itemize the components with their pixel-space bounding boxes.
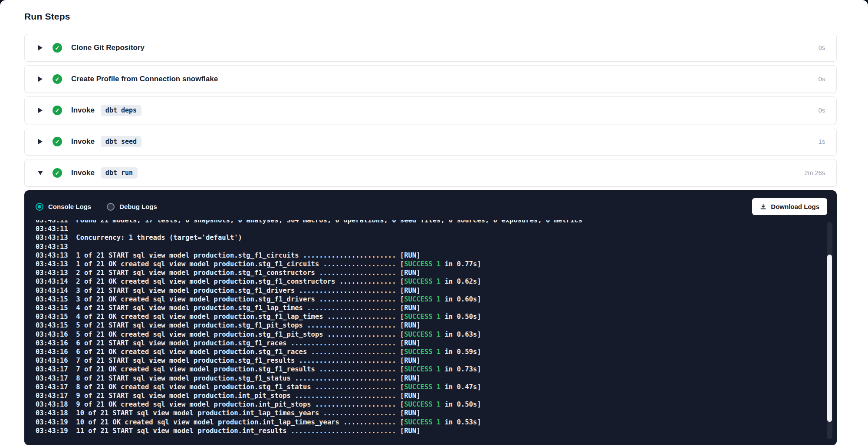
radio-label[interactable]: Console Logs — [48, 203, 91, 210]
success-check-icon: ✓ — [53, 74, 62, 84]
step-label: Invoke — [71, 169, 95, 177]
log-line: 03:43:131 of 21 OK created sql view mode… — [36, 260, 813, 268]
log-line: 03:43:189 of 21 OK created sql view mode… — [36, 400, 813, 409]
success-check-icon: ✓ — [53, 137, 62, 146]
step-label: Invoke — [71, 137, 95, 146]
command-badge: dbt deps — [101, 105, 141, 116]
log-line: 03:43:131 of 21 START sql view model pro… — [36, 251, 813, 260]
log-line: 03:43:13Concurrency: 1 threads (target='… — [36, 233, 813, 242]
log-line: 03:43:11 — [36, 225, 813, 233]
download-button-label: Download Logs — [771, 203, 819, 210]
log-line: 03:43:132 of 21 START sql view model pro… — [36, 268, 813, 277]
step-row-clone-git-repository[interactable]: ✓ Clone Git Repository 0s — [24, 34, 837, 62]
download-icon — [760, 203, 766, 210]
log-line: 03:43:153 of 21 OK created sql view mode… — [36, 295, 813, 304]
log-line: 03:43:178 of 21 START sql view model pro… — [36, 374, 813, 383]
debug-logs-radio[interactable]: Debug Logs — [107, 203, 157, 211]
run-steps-section: Run Steps ✓ Clone Git Repository 0s ✓ Cr… — [0, 0, 868, 447]
chevron-right-icon[interactable] — [37, 108, 44, 113]
log-line: 03:43:143 of 21 START sql view model pro… — [36, 286, 813, 295]
log-scrollbar[interactable] — [827, 222, 832, 439]
chevron-down-icon[interactable] — [37, 171, 44, 175]
download-logs-button[interactable]: Download Logs — [752, 198, 827, 215]
step-label: Clone Git Repository — [71, 43, 145, 52]
log-line: 03:43:178 of 21 OK created sql view mode… — [36, 383, 813, 391]
console-log-output[interactable]: 03:43:11Found 21 models, 17 tests, 0 sna… — [24, 220, 837, 445]
command-badge: dbt seed — [101, 136, 141, 147]
success-check-icon: ✓ — [53, 168, 62, 178]
app-surface: Run Steps ✓ Clone Git Repository 0s ✓ Cr… — [0, 0, 868, 447]
log-line: 03:43:1910 of 21 OK created sql view mod… — [36, 418, 813, 427]
radio-selected-icon[interactable] — [36, 203, 43, 211]
log-line: 03:43:166 of 21 START sql view model pro… — [36, 339, 813, 348]
log-panel: Console Logs Debug Logs Download Logs — [24, 190, 837, 445]
chevron-right-icon[interactable] — [37, 76, 44, 82]
log-line: 03:43:166 of 21 OK created sql view mode… — [36, 348, 813, 356]
log-line: 03:43:154 of 21 OK created sql view mode… — [36, 312, 813, 321]
step-duration: 0s — [819, 107, 825, 114]
log-line: 03:43:179 of 21 START sql view model pro… — [36, 391, 813, 400]
log-line: 03:43:142 of 21 OK created sql view mode… — [36, 277, 813, 286]
radio-unselected-icon[interactable] — [107, 203, 115, 211]
log-panel-header: Console Logs Debug Logs Download Logs — [24, 190, 837, 220]
log-line: 03:43:167 of 21 START sql view model pro… — [36, 356, 813, 365]
step-row-invoke-dbt-seed[interactable]: ✓ Invoke dbt seed 1s — [24, 128, 837, 156]
log-lines: 03:43:11Found 21 models, 17 tests, 0 sna… — [36, 220, 813, 435]
log-line: 03:43:154 of 21 START sql view model pro… — [36, 304, 813, 312]
log-line: 03:43:1911 of 21 START sql view model pr… — [36, 427, 813, 435]
success-check-icon: ✓ — [53, 43, 62, 53]
console-logs-radio[interactable]: Console Logs — [36, 203, 91, 211]
chevron-right-icon[interactable] — [37, 45, 44, 50]
command-badge: dbt run — [101, 167, 138, 179]
scrollbar-thumb[interactable] — [827, 255, 832, 422]
page-title: Run Steps — [24, 11, 837, 22]
step-label: Create Profile from Connection snowflake — [71, 75, 218, 83]
step-duration: 1s — [819, 138, 825, 145]
step-duration: 2m 26s — [804, 169, 825, 176]
radio-label[interactable]: Debug Logs — [119, 203, 157, 210]
success-check-icon: ✓ — [53, 106, 62, 115]
step-row-invoke-dbt-run[interactable]: ✓ Invoke dbt run 2m 26s — [24, 159, 837, 187]
log-line: 03:43:155 of 21 START sql view model pro… — [36, 321, 813, 330]
step-duration: 0s — [819, 76, 825, 83]
log-line: 03:43:13 — [36, 242, 813, 251]
step-label: Invoke — [71, 106, 95, 115]
step-row-invoke-dbt-deps[interactable]: ✓ Invoke dbt deps 0s — [24, 96, 837, 124]
chevron-right-icon[interactable] — [37, 139, 44, 144]
step-row-create-profile[interactable]: ✓ Create Profile from Connection snowfla… — [24, 65, 837, 93]
log-line: 03:43:165 of 21 OK created sql view mode… — [36, 330, 813, 339]
step-duration: 0s — [819, 44, 825, 51]
log-line: 03:43:177 of 21 OK created sql view mode… — [36, 365, 813, 374]
log-line: 03:43:11Found 21 models, 17 tests, 0 sna… — [36, 220, 813, 225]
log-line: 03:43:1810 of 21 START sql view model pr… — [36, 409, 813, 417]
